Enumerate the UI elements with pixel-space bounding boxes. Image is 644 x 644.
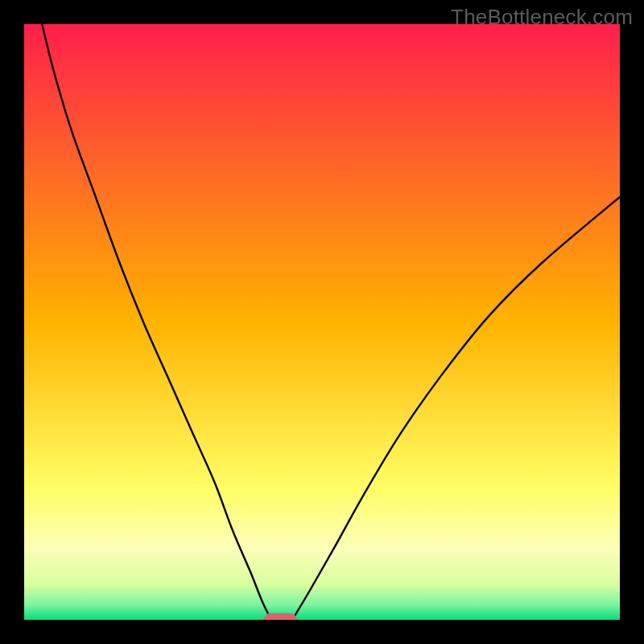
bottom-marker [264,613,297,620]
plot-area [24,24,620,620]
gradient-background [24,24,620,620]
chart-svg [24,24,620,620]
chart-frame: TheBottleneck.com [0,0,644,644]
watermark-text: TheBottleneck.com [451,5,633,30]
